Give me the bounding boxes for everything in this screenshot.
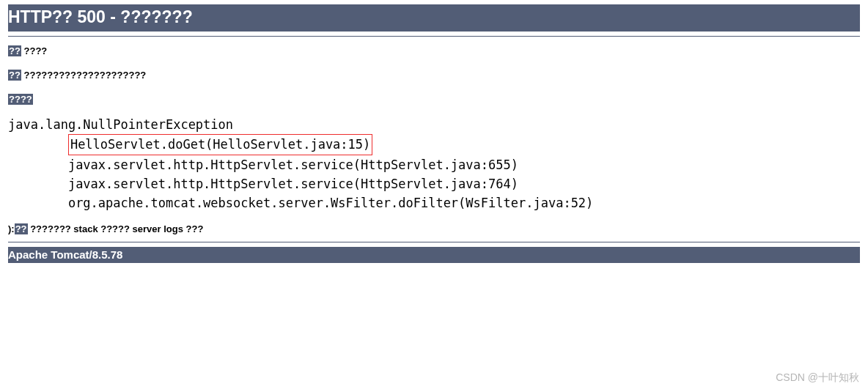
- stack-highlight: HelloServlet.doGet(HelloServlet.java:15): [68, 134, 372, 155]
- note-line: ):?? ??????? stack ????? server logs ???: [8, 223, 860, 234]
- stack-trace: java.lang.NullPointerException HelloServ…: [8, 115, 860, 213]
- error-page: HTTP?? 500 - ??????? ?? ???? ?? ????????…: [0, 0, 868, 266]
- description-label: ????: [8, 94, 860, 105]
- note-value: ??????? stack ????? server logs ???: [28, 223, 204, 234]
- tomcat-footer: Apache Tomcat/8.5.78: [8, 247, 860, 263]
- divider-bottom: [8, 242, 860, 242]
- divider-top: [8, 36, 860, 37]
- stack-line-2: javax.servlet.http.HttpServlet.service(H…: [68, 158, 518, 172]
- note-prefix: ):: [8, 223, 15, 234]
- type-line: ?? ????: [8, 45, 860, 56]
- page-title: HTTP?? 500 - ???????: [8, 4, 860, 32]
- stack-line-0: java.lang.NullPointerException: [8, 117, 233, 132]
- stack-line-4: org.apache.tomcat.websocket.server.WsFil…: [68, 196, 593, 210]
- message-value: ?????????????????????: [21, 70, 146, 81]
- message-line: ?? ?????????????????????: [8, 70, 860, 81]
- stack-line-3: javax.servlet.http.HttpServlet.service(H…: [68, 177, 518, 191]
- description-label-text: ????: [8, 94, 33, 105]
- type-label: ??: [8, 45, 21, 56]
- message-label: ??: [8, 70, 21, 81]
- type-value: ????: [21, 45, 47, 56]
- watermark: CSDN @十叶知秋: [776, 371, 859, 385]
- note-label: ??: [15, 223, 28, 234]
